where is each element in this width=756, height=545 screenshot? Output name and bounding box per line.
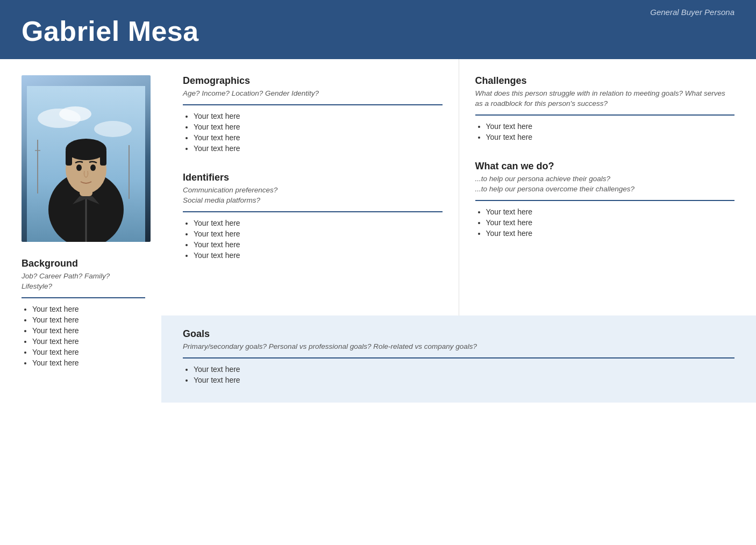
svg-point-3 xyxy=(94,121,132,137)
list-item: Your text here xyxy=(32,348,145,356)
background-section: Background Job? Career Path? Family? Lif… xyxy=(22,258,145,367)
demographics-list: Your text here Your text here Your text … xyxy=(183,112,443,153)
list-item: Your text here xyxy=(486,122,735,131)
svg-point-13 xyxy=(76,164,82,171)
goals-subtitle: Primary/secondary goals? Personal vs pro… xyxy=(183,342,734,352)
what-can-we-do-divider xyxy=(475,200,735,201)
svg-point-2 xyxy=(59,106,91,121)
page-title: Gabriel Mesa xyxy=(22,15,734,47)
demographics-divider xyxy=(183,104,443,105)
identifiers-divider xyxy=(183,211,443,212)
what-can-we-do-subtitle: ...to help our persona achieve their goa… xyxy=(475,174,735,195)
demographics-subtitle: Age? Income? Location? Gender Identity? xyxy=(183,89,443,99)
list-item: Your text here xyxy=(194,251,443,260)
list-item: Your text here xyxy=(486,207,735,216)
background-subtitle: Job? Career Path? Family? Lifestyle? xyxy=(22,271,145,292)
background-divider xyxy=(22,297,145,298)
challenges-subtitle: What does this person struggle with in r… xyxy=(475,89,735,109)
demographics-title: Demographics xyxy=(183,75,443,87)
list-item: Your text here xyxy=(194,376,734,384)
svg-rect-11 xyxy=(66,149,72,166)
challenges-title: Challenges xyxy=(475,75,735,87)
what-can-we-do-list: Your text here Your text here Your text … xyxy=(475,207,735,238)
list-item: Your text here xyxy=(194,144,443,153)
svg-point-14 xyxy=(90,164,96,171)
list-item: Your text here xyxy=(32,305,145,313)
list-item: Your text here xyxy=(32,358,145,367)
what-can-we-do-title: What can we do? xyxy=(475,161,735,172)
right-columns: Demographics Age? Income? Location? Gend… xyxy=(161,59,756,403)
header: General Buyer Persona Gabriel Mesa xyxy=(0,0,756,59)
list-item: Your text here xyxy=(486,133,735,141)
list-item: Your text here xyxy=(194,112,443,120)
list-item: Your text here xyxy=(194,219,443,227)
goals-divider xyxy=(183,357,734,358)
goals-section: Goals Primary/secondary goals? Personal … xyxy=(161,315,756,403)
identifiers-title: Identifiers xyxy=(183,172,443,183)
left-column: Background Job? Career Path? Family? Lif… xyxy=(0,59,161,403)
list-item: Your text here xyxy=(194,240,443,249)
list-item: Your text here xyxy=(486,218,735,227)
list-item: Your text here xyxy=(194,133,443,142)
svg-rect-12 xyxy=(100,149,106,166)
goals-list: Your text here Your text here xyxy=(183,365,734,384)
list-item: Your text here xyxy=(32,326,145,335)
avatar xyxy=(22,75,151,242)
goals-title: Goals xyxy=(183,328,734,340)
list-item: Your text here xyxy=(32,337,145,346)
list-item: Your text here xyxy=(194,230,443,238)
top-right: Demographics Age? Income? Location? Gend… xyxy=(161,59,756,315)
middle-column: Demographics Age? Income? Location? Gend… xyxy=(161,59,459,315)
goals-inner: Goals Primary/secondary goals? Personal … xyxy=(183,328,734,384)
main-content: Background Job? Career Path? Family? Lif… xyxy=(0,59,756,403)
identifiers-section: Identifiers Communication preferences? S… xyxy=(183,172,443,260)
list-item: Your text here xyxy=(486,229,735,238)
challenges-list: Your text here Your text here xyxy=(475,122,735,141)
challenges-section: Challenges What does this person struggl… xyxy=(475,75,735,141)
identifiers-list: Your text here Your text here Your text … xyxy=(183,219,443,260)
demographics-section: Demographics Age? Income? Location? Gend… xyxy=(183,75,443,153)
header-label: General Buyer Persona xyxy=(650,8,734,17)
background-list: Your text here Your text here Your text … xyxy=(22,305,145,367)
what-can-we-do-section: What can we do? ...to help our persona a… xyxy=(475,161,735,238)
right-column: Challenges What does this person struggl… xyxy=(459,59,757,315)
background-title: Background xyxy=(22,258,145,269)
list-item: Your text here xyxy=(32,315,145,324)
list-item: Your text here xyxy=(194,365,734,374)
challenges-divider xyxy=(475,114,735,116)
list-item: Your text here xyxy=(194,123,443,131)
identifiers-subtitle: Communication preferences? Social media … xyxy=(183,185,443,206)
